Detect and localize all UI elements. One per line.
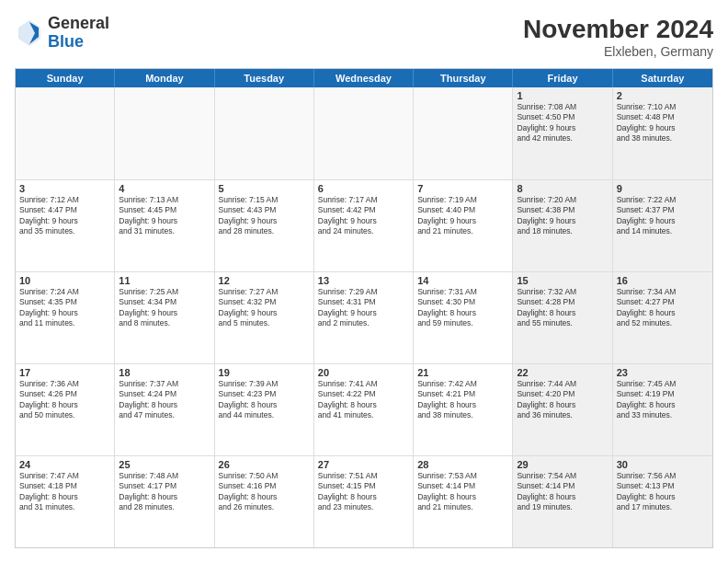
day-cell-17: 17Sunrise: 7:36 AM Sunset: 4:26 PM Dayli… xyxy=(16,364,115,455)
day-cell-18: 18Sunrise: 7:37 AM Sunset: 4:24 PM Dayli… xyxy=(115,364,214,455)
header-day-thursday: Thursday xyxy=(414,69,513,87)
day-number: 12 xyxy=(219,275,310,286)
location-title: Elxleben, Germany xyxy=(523,44,713,59)
calendar-week-3: 10Sunrise: 7:24 AM Sunset: 4:35 PM Dayli… xyxy=(16,271,712,363)
day-number: 16 xyxy=(617,275,709,286)
day-info: Sunrise: 7:54 AM Sunset: 4:14 PM Dayligh… xyxy=(517,471,608,513)
header-day-wednesday: Wednesday xyxy=(314,69,414,87)
day-info: Sunrise: 7:12 AM Sunset: 4:47 PM Dayligh… xyxy=(19,195,110,237)
day-info: Sunrise: 7:51 AM Sunset: 4:15 PM Dayligh… xyxy=(318,471,409,513)
day-info: Sunrise: 7:37 AM Sunset: 4:24 PM Dayligh… xyxy=(119,379,210,421)
day-info: Sunrise: 7:10 AM Sunset: 4:48 PM Dayligh… xyxy=(617,102,709,144)
day-cell-14: 14Sunrise: 7:31 AM Sunset: 4:30 PM Dayli… xyxy=(414,272,513,363)
day-number: 9 xyxy=(617,183,709,194)
day-info: Sunrise: 7:47 AM Sunset: 4:18 PM Dayligh… xyxy=(19,471,110,513)
day-cell-5: 5Sunrise: 7:15 AM Sunset: 4:43 PM Daylig… xyxy=(215,180,314,271)
day-info: Sunrise: 7:44 AM Sunset: 4:20 PM Dayligh… xyxy=(517,379,608,421)
day-number: 13 xyxy=(318,275,409,286)
calendar: SundayMondayTuesdayWednesdayThursdayFrid… xyxy=(15,68,713,548)
day-number: 14 xyxy=(417,275,508,286)
day-cell-8: 8Sunrise: 7:20 AM Sunset: 4:38 PM Daylig… xyxy=(513,180,612,271)
day-cell-7: 7Sunrise: 7:19 AM Sunset: 4:40 PM Daylig… xyxy=(414,180,513,271)
day-number: 18 xyxy=(119,367,210,378)
logo-general: General xyxy=(48,15,109,33)
header-day-sunday: Sunday xyxy=(16,69,115,87)
logo-icon xyxy=(15,18,44,48)
day-cell-1: 1Sunrise: 7:08 AM Sunset: 4:50 PM Daylig… xyxy=(513,87,612,179)
day-cell-10: 10Sunrise: 7:24 AM Sunset: 4:35 PM Dayli… xyxy=(16,272,115,363)
month-year-title: November 2024 xyxy=(523,15,713,44)
day-cell-11: 11Sunrise: 7:25 AM Sunset: 4:34 PM Dayli… xyxy=(115,272,214,363)
day-cell-16: 16Sunrise: 7:34 AM Sunset: 4:27 PM Dayli… xyxy=(613,272,712,363)
day-info: Sunrise: 7:20 AM Sunset: 4:38 PM Dayligh… xyxy=(517,195,608,237)
header-day-tuesday: Tuesday xyxy=(215,69,314,87)
header: General Blue November 2024 Elxleben, Ger… xyxy=(15,15,713,59)
day-number: 20 xyxy=(318,367,409,378)
day-number: 6 xyxy=(318,183,409,194)
calendar-week-1: 1Sunrise: 7:08 AM Sunset: 4:50 PM Daylig… xyxy=(16,87,712,179)
day-info: Sunrise: 7:22 AM Sunset: 4:37 PM Dayligh… xyxy=(617,195,709,237)
day-cell-29: 29Sunrise: 7:54 AM Sunset: 4:14 PM Dayli… xyxy=(513,456,612,547)
day-number: 7 xyxy=(417,183,508,194)
day-info: Sunrise: 7:41 AM Sunset: 4:22 PM Dayligh… xyxy=(318,379,409,421)
day-number: 15 xyxy=(517,275,608,286)
day-info: Sunrise: 7:29 AM Sunset: 4:31 PM Dayligh… xyxy=(318,287,409,329)
day-cell-12: 12Sunrise: 7:27 AM Sunset: 4:32 PM Dayli… xyxy=(215,272,314,363)
day-info: Sunrise: 7:34 AM Sunset: 4:27 PM Dayligh… xyxy=(617,287,709,329)
day-info: Sunrise: 7:36 AM Sunset: 4:26 PM Dayligh… xyxy=(19,379,110,421)
day-number: 2 xyxy=(617,90,709,101)
day-cell-6: 6Sunrise: 7:17 AM Sunset: 4:42 PM Daylig… xyxy=(314,180,414,271)
day-cell-27: 27Sunrise: 7:51 AM Sunset: 4:15 PM Dayli… xyxy=(314,456,414,547)
day-info: Sunrise: 7:31 AM Sunset: 4:30 PM Dayligh… xyxy=(417,287,508,329)
day-cell-4: 4Sunrise: 7:13 AM Sunset: 4:45 PM Daylig… xyxy=(115,180,214,271)
day-info: Sunrise: 7:25 AM Sunset: 4:34 PM Dayligh… xyxy=(119,287,210,329)
calendar-body: 1Sunrise: 7:08 AM Sunset: 4:50 PM Daylig… xyxy=(16,87,712,547)
day-info: Sunrise: 7:27 AM Sunset: 4:32 PM Dayligh… xyxy=(219,287,310,329)
day-number: 1 xyxy=(517,90,608,101)
empty-cell xyxy=(314,87,414,179)
title-block: November 2024 Elxleben, Germany xyxy=(523,15,713,59)
header-day-friday: Friday xyxy=(513,69,612,87)
day-number: 22 xyxy=(517,367,608,378)
day-info: Sunrise: 7:15 AM Sunset: 4:43 PM Dayligh… xyxy=(219,195,310,237)
day-cell-3: 3Sunrise: 7:12 AM Sunset: 4:47 PM Daylig… xyxy=(16,180,115,271)
day-number: 11 xyxy=(119,275,210,286)
day-cell-28: 28Sunrise: 7:53 AM Sunset: 4:14 PM Dayli… xyxy=(414,456,513,547)
day-info: Sunrise: 7:42 AM Sunset: 4:21 PM Dayligh… xyxy=(417,379,508,421)
day-cell-22: 22Sunrise: 7:44 AM Sunset: 4:20 PM Dayli… xyxy=(513,364,612,455)
day-number: 8 xyxy=(517,183,608,194)
day-info: Sunrise: 7:17 AM Sunset: 4:42 PM Dayligh… xyxy=(318,195,409,237)
header-day-monday: Monday xyxy=(115,69,214,87)
empty-cell xyxy=(16,87,115,179)
day-info: Sunrise: 7:45 AM Sunset: 4:19 PM Dayligh… xyxy=(617,379,709,421)
day-cell-30: 30Sunrise: 7:56 AM Sunset: 4:13 PM Dayli… xyxy=(613,456,712,547)
empty-cell xyxy=(414,87,513,179)
day-number: 26 xyxy=(219,459,310,470)
day-number: 24 xyxy=(19,459,110,470)
day-cell-9: 9Sunrise: 7:22 AM Sunset: 4:37 PM Daylig… xyxy=(613,180,712,271)
day-info: Sunrise: 7:19 AM Sunset: 4:40 PM Dayligh… xyxy=(417,195,508,237)
day-number: 3 xyxy=(19,183,110,194)
day-info: Sunrise: 7:56 AM Sunset: 4:13 PM Dayligh… xyxy=(617,471,709,513)
day-cell-24: 24Sunrise: 7:47 AM Sunset: 4:18 PM Dayli… xyxy=(16,456,115,547)
day-cell-15: 15Sunrise: 7:32 AM Sunset: 4:28 PM Dayli… xyxy=(513,272,612,363)
calendar-week-5: 24Sunrise: 7:47 AM Sunset: 4:18 PM Dayli… xyxy=(16,455,712,547)
day-info: Sunrise: 7:50 AM Sunset: 4:16 PM Dayligh… xyxy=(219,471,310,513)
day-cell-19: 19Sunrise: 7:39 AM Sunset: 4:23 PM Dayli… xyxy=(215,364,314,455)
day-info: Sunrise: 7:08 AM Sunset: 4:50 PM Dayligh… xyxy=(517,102,608,144)
day-number: 30 xyxy=(617,459,709,470)
day-number: 28 xyxy=(417,459,508,470)
day-info: Sunrise: 7:39 AM Sunset: 4:23 PM Dayligh… xyxy=(219,379,310,421)
day-info: Sunrise: 7:13 AM Sunset: 4:45 PM Dayligh… xyxy=(119,195,210,237)
day-cell-20: 20Sunrise: 7:41 AM Sunset: 4:22 PM Dayli… xyxy=(314,364,414,455)
calendar-week-2: 3Sunrise: 7:12 AM Sunset: 4:47 PM Daylig… xyxy=(16,179,712,271)
day-cell-23: 23Sunrise: 7:45 AM Sunset: 4:19 PM Dayli… xyxy=(613,364,712,455)
logo-blue: Blue xyxy=(48,33,109,52)
logo: General Blue xyxy=(15,15,109,52)
day-number: 19 xyxy=(219,367,310,378)
empty-cell xyxy=(115,87,214,179)
day-number: 4 xyxy=(119,183,210,194)
day-number: 23 xyxy=(617,367,709,378)
day-cell-25: 25Sunrise: 7:48 AM Sunset: 4:17 PM Dayli… xyxy=(115,456,214,547)
day-info: Sunrise: 7:24 AM Sunset: 4:35 PM Dayligh… xyxy=(19,287,110,329)
